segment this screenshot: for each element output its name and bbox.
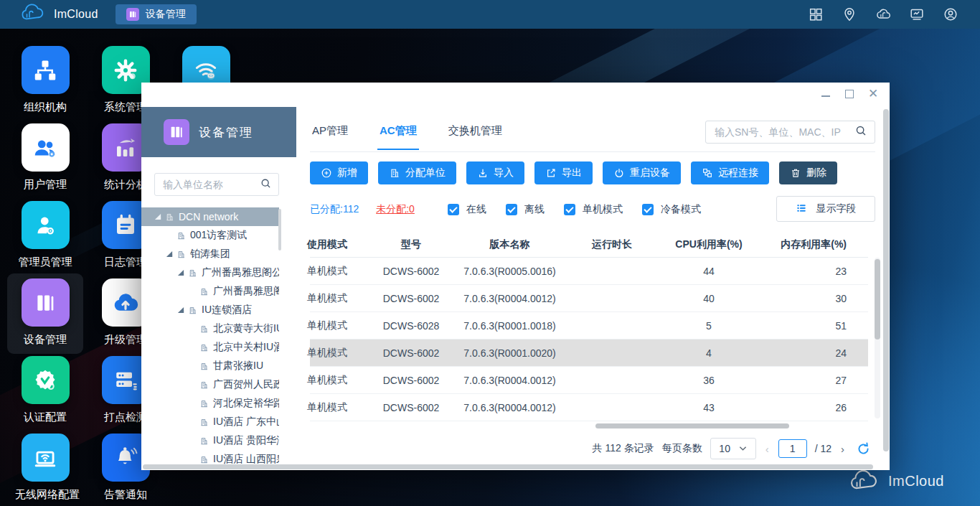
device-management-icon (164, 119, 189, 145)
search-icon[interactable] (854, 124, 867, 140)
location-icon[interactable] (842, 6, 857, 22)
table-row[interactable]: 单机模式DCWS-60027.0.6.3(R0005.0016)4423 (310, 258, 868, 285)
tree-node[interactable]: 北京中关村IU酒店 (141, 338, 279, 357)
删除-button[interactable]: 删除 (779, 161, 837, 184)
cell-cpu: 36 (655, 375, 763, 386)
scrollbar-thumb[interactable] (143, 464, 873, 469)
tree-node-label: 北京中关村IU酒店 (213, 341, 279, 354)
tree-node-label: 广州番禺雅思阁公 (213, 285, 279, 298)
taskbar-tab-label: 设备管理 (146, 8, 186, 21)
building-icon (188, 268, 197, 278)
cell-cpu: 4 (655, 347, 763, 359)
tree-node[interactable]: 001访客测试 (141, 226, 279, 245)
导出-button[interactable]: 导出 (534, 161, 593, 184)
checkbox-checked-icon[interactable] (564, 204, 575, 215)
table-row[interactable]: 单机模式DCWS-60027.0.6.3(R0004.0012)4030 (310, 285, 868, 312)
tree-node[interactable]: 广州番禺雅思阁公寓 (141, 263, 279, 282)
tree-node[interactable]: DCN network (141, 207, 279, 226)
close-button[interactable]: ✕ (868, 89, 878, 99)
desktop-icon-org[interactable]: 组织机构 (15, 46, 75, 114)
maximize-button[interactable] (844, 89, 854, 99)
desktop-icon-auth[interactable]: 认证配置 (15, 356, 75, 424)
desktop-icon-admins[interactable]: 管理员管理 (15, 201, 75, 269)
tree-node-label: DCN network (179, 211, 238, 222)
unit-search-input[interactable] (161, 178, 260, 191)
window-titlebar: ✕ (141, 83, 890, 107)
scrollbar-thumb[interactable] (883, 109, 889, 451)
tree-node[interactable]: 河北保定裕华路IU (141, 394, 279, 413)
checkbox-checked-icon[interactable] (506, 204, 517, 215)
building-icon (176, 250, 186, 259)
list-icon (796, 202, 807, 216)
per-page-select[interactable]: 10 (710, 438, 756, 459)
table-row[interactable]: 单机模式DCWS-60287.0.6.3(R0001.0018)551 (310, 312, 868, 339)
prev-page-button[interactable]: ‹ (764, 443, 771, 455)
filter-checkbox-在线[interactable]: 在线 (448, 203, 486, 216)
scrollbar-thumb[interactable] (595, 423, 789, 428)
tree-scrollbar[interactable] (278, 209, 281, 250)
window-title: 设备管理 (199, 124, 253, 141)
device-search-input[interactable] (713, 126, 854, 139)
monitor-icon[interactable] (909, 6, 925, 22)
tree-node[interactable]: 广西贺州人民政府 (141, 375, 279, 394)
apps-grid-icon[interactable] (808, 6, 824, 22)
expand-caret-icon[interactable] (178, 307, 184, 313)
tab-交换机管理[interactable]: 交换机管理 (446, 124, 504, 149)
tree-node[interactable]: IU酒店 贵阳华润 (141, 431, 279, 450)
assigned-count[interactable]: 已分配:112 (310, 203, 359, 216)
远程连接-button[interactable]: 远程连接 (691, 161, 769, 184)
top-bar: ImCloud 设备管理 (0, 0, 980, 29)
tree-node[interactable]: 北京黄寺大街IU酒 (141, 319, 279, 338)
cloud-icon[interactable] (875, 6, 891, 22)
building-icon (199, 324, 209, 334)
导入-button[interactable]: 导入 (466, 161, 524, 184)
tree-node-label: 001访客测试 (190, 229, 247, 242)
status-checkboxes: 在线离线单机模式冷备模式 (448, 203, 701, 216)
desktop-icon-users[interactable]: 用户管理 (15, 123, 75, 192)
unassigned-count[interactable]: 未分配:0 (376, 203, 415, 216)
table-row[interactable]: 单机模式DCWS-60027.0.6.3(R0001.0020)424 (310, 339, 868, 367)
imcloud-watermark: ImCloud (849, 470, 944, 492)
cell-cpu: 43 (655, 402, 763, 413)
plus-icon (321, 167, 332, 179)
user-icon[interactable] (943, 6, 958, 22)
重启设备-button[interactable]: 重启设备 (603, 161, 681, 184)
scrollbar-thumb[interactable] (875, 259, 880, 339)
minimize-button[interactable] (821, 89, 831, 99)
desktop-icon-devices[interactable]: 设备管理 (15, 278, 75, 347)
分配单位-button[interactable]: 分配单位 (378, 161, 456, 184)
device-table: 使用模式型号版本名称运行时长CPU利用率(%)内存利用率(%) 单机模式DCWS… (310, 233, 868, 428)
tree-node-label: 河北保定裕华路IU (213, 397, 279, 410)
display-fields-button[interactable]: 显示字段 (776, 196, 875, 222)
tab-AP管理[interactable]: AP管理 (310, 124, 350, 149)
expand-caret-icon[interactable] (155, 214, 161, 220)
expand-caret-icon[interactable] (166, 251, 172, 257)
tree-node[interactable]: IU酒店 广东中山 (141, 413, 279, 431)
table-row[interactable]: 单机模式DCWS-60027.0.6.3(R0004.0012)4326 (310, 394, 868, 421)
total-pages: / 12 (815, 443, 831, 454)
tree-node[interactable]: 甘肃张掖IU (141, 357, 279, 375)
filter-checkbox-单机模式[interactable]: 单机模式 (564, 203, 623, 216)
expand-caret-icon[interactable] (178, 270, 184, 276)
tree-node[interactable]: IU连锁酒店 (141, 301, 279, 319)
filter-checkbox-离线[interactable]: 离线 (506, 203, 545, 216)
desktop-icon-wireless[interactable]: 无线网络配置 (15, 434, 75, 502)
tab-AC管理[interactable]: AC管理 (377, 124, 419, 150)
refresh-icon[interactable] (856, 441, 871, 456)
main-panel: AP管理AC管理交换机管理 新增分配单位导入导出重启设备远程连接删除 已分配:1… (296, 107, 890, 470)
checkbox-checked-icon[interactable] (448, 204, 459, 215)
checkbox-checked-icon[interactable] (642, 204, 654, 215)
desktop-icon-label: 认证配置 (15, 411, 75, 424)
page-number-input[interactable] (778, 439, 807, 458)
building-icon (188, 306, 197, 315)
next-page-button[interactable]: › (839, 443, 846, 455)
filter-checkbox-冷备模式[interactable]: 冷备模式 (642, 203, 701, 216)
taskbar-tab-device-management[interactable]: 设备管理 (116, 4, 197, 24)
table-row[interactable]: 单机模式DCWS-60027.0.6.3(R0004.0012)3627 (310, 367, 868, 394)
新增-button[interactable]: 新增 (310, 161, 368, 184)
tree-node[interactable]: 广州番禺雅思阁公 (141, 282, 279, 301)
search-icon[interactable] (260, 177, 272, 192)
building-icon (199, 287, 209, 296)
tree-node[interactable]: 铂涛集团 (141, 245, 279, 263)
building-icon (199, 436, 209, 446)
